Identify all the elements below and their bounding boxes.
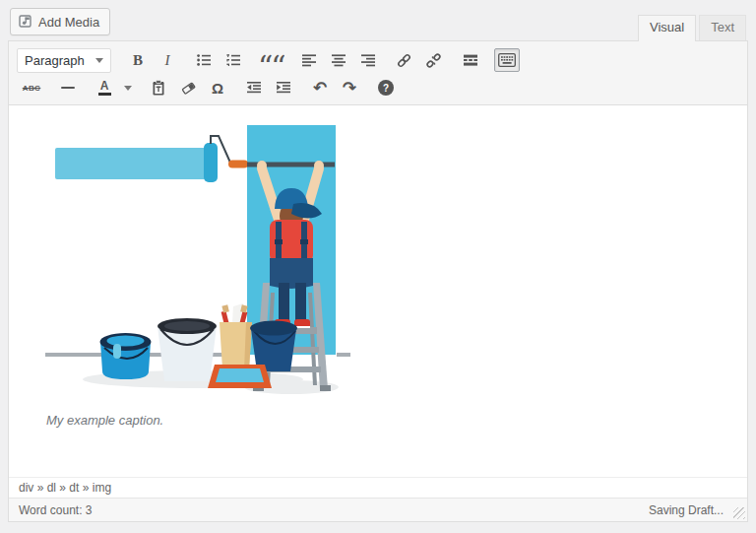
align-right-icon: [360, 52, 376, 68]
strikethrough-button[interactable]: ABC: [19, 76, 44, 100]
paste-as-text-button[interactable]: [146, 76, 171, 100]
align-center-icon: [331, 52, 346, 68]
horizontal-rule-button[interactable]: [55, 76, 81, 100]
element-path-bar[interactable]: div » dl » dt » img: [9, 477, 747, 498]
insert-link-button[interactable]: [392, 48, 417, 72]
paste-as-text-icon: [151, 80, 166, 97]
add-media-label: Add Media: [38, 15, 99, 30]
text-color-letter: A: [100, 81, 109, 92]
keyboard-icon: [498, 53, 516, 67]
numbered-list-button[interactable]: [220, 48, 246, 72]
indent-icon: [276, 80, 291, 96]
word-count-value: 3: [86, 503, 93, 517]
toolbar-row-1: Paragraph B I: [17, 46, 739, 74]
clear-formatting-button[interactable]: [175, 76, 201, 100]
help-icon: ?: [378, 80, 394, 96]
special-character-button[interactable]: Ω: [205, 76, 230, 100]
wordpress-classic-editor: Add Media Visual Text Paragraph B I: [0, 0, 756, 533]
editor-toolbar: Paragraph B I: [9, 41, 747, 105]
remove-link-button[interactable]: [421, 48, 447, 72]
eraser-icon: [180, 80, 197, 97]
link-icon: [396, 52, 412, 69]
bulleted-list-icon: [196, 52, 212, 68]
unlink-icon: [425, 52, 442, 69]
image-caption[interactable]: My example caption.: [46, 413, 163, 428]
toolbar-toggle-button[interactable]: [494, 48, 520, 72]
add-media-button[interactable]: Add Media: [10, 8, 110, 35]
text-color-button[interactable]: A: [92, 76, 117, 100]
media-icon: [19, 13, 33, 31]
undo-button[interactable]: ↶: [307, 76, 333, 100]
outdent-icon: [246, 80, 262, 96]
painter-illustration-image[interactable]: [45, 119, 352, 397]
tab-visual[interactable]: Visual: [638, 15, 696, 41]
align-right-button[interactable]: [355, 48, 381, 72]
chevron-down-icon: [124, 86, 132, 91]
redo-button[interactable]: ↷: [337, 76, 362, 100]
editor-canvas[interactable]: My example caption.: [9, 105, 747, 477]
read-more-button[interactable]: [458, 48, 483, 72]
indent-button[interactable]: [271, 76, 296, 100]
align-center-button[interactable]: [326, 48, 351, 72]
word-count-label: Word count:: [19, 503, 82, 517]
numbered-list-icon: [225, 52, 241, 68]
align-left-icon: [301, 52, 317, 68]
bold-button[interactable]: B: [125, 48, 151, 72]
editor-frame: Paragraph B I: [8, 40, 748, 522]
toolbar-row-2: ABC A: [17, 75, 739, 100]
blockquote-button[interactable]: ““: [257, 48, 285, 72]
tab-text[interactable]: Text: [699, 15, 746, 40]
help-button[interactable]: ?: [373, 76, 399, 100]
element-path[interactable]: div » dl » dt » img: [19, 481, 111, 495]
text-color-swatch: [98, 93, 111, 96]
chevron-down-icon: [95, 58, 103, 63]
read-more-icon: [463, 52, 478, 68]
text-color-dropdown[interactable]: [121, 76, 135, 100]
editor-status-bar: Word count: 3 Saving Draft...: [9, 498, 747, 521]
italic-button[interactable]: I: [155, 48, 180, 72]
word-count: Word count: 3: [19, 503, 93, 517]
horizontal-rule-icon: [61, 87, 75, 89]
editor-mode-tabs: Visual Text: [638, 15, 746, 40]
paragraph-format-dropdown[interactable]: Paragraph: [17, 48, 111, 73]
bulleted-list-button[interactable]: [191, 48, 217, 72]
align-left-button[interactable]: [296, 48, 322, 72]
outdent-button[interactable]: [241, 76, 267, 100]
resize-grip[interactable]: [733, 507, 745, 519]
saving-draft-status: Saving Draft...: [649, 503, 724, 517]
paragraph-format-value: Paragraph: [25, 53, 85, 68]
